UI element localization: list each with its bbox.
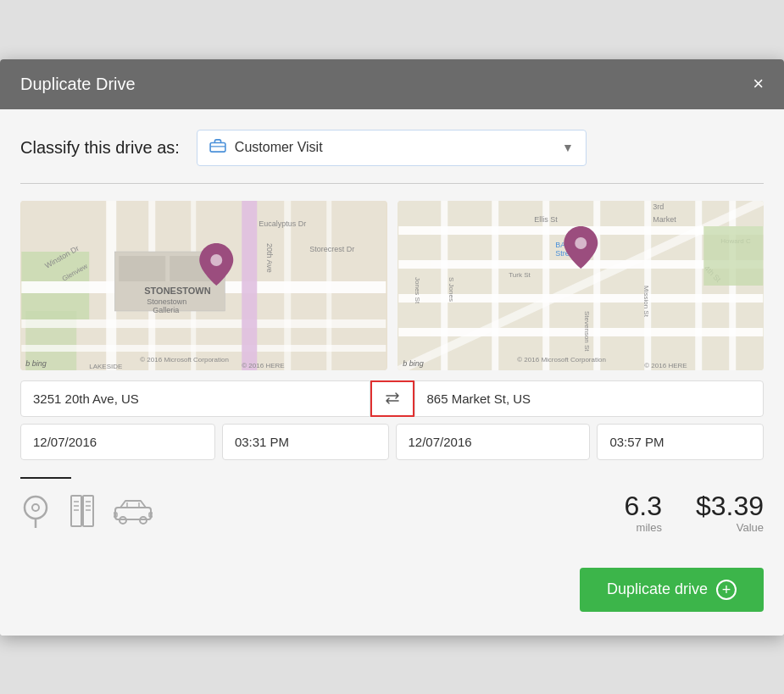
dropdown-arrow-icon: ▼	[562, 141, 574, 154]
classify-dropdown-left: Customer Visit	[209, 139, 323, 157]
duplicate-button-label: Duplicate drive	[607, 580, 708, 598]
svg-text:© 2016 Microsoft Corporation: © 2016 Microsoft Corporation	[140, 356, 229, 364]
svg-text:Ellis St: Ellis St	[534, 215, 558, 224]
active-tab-indicator	[20, 477, 71, 479]
document-icon	[68, 495, 97, 530]
svg-text:© 2016 Microsoft Corporation: © 2016 Microsoft Corporation	[517, 356, 606, 364]
svg-rect-0	[210, 142, 225, 152]
briefcase-icon	[209, 139, 226, 157]
map-right: Ellis St Market 3rd Howard C Jones St S …	[398, 201, 765, 370]
svg-point-62	[25, 497, 47, 519]
classify-dropdown[interactable]: Customer Visit ▼	[197, 130, 587, 166]
svg-rect-35	[398, 328, 763, 336]
start-time-field[interactable]: 03:31 PM	[222, 424, 389, 460]
svg-point-58	[575, 237, 587, 249]
modal-header: Duplicate Drive ×	[0, 59, 784, 109]
start-address-field[interactable]: 3251 20th Ave, US	[20, 380, 370, 417]
monetary-label: Value	[696, 521, 764, 534]
svg-text:Jones St: Jones St	[414, 277, 421, 304]
stats-group: 6.3 miles $3.39 Value	[624, 492, 764, 534]
svg-rect-39	[593, 201, 600, 370]
svg-text:b bing: b bing	[25, 359, 47, 368]
svg-text:Galleria: Galleria	[153, 306, 179, 314]
svg-text:S Jones: S Jones	[448, 277, 455, 302]
svg-rect-11	[242, 201, 257, 370]
svg-text:Stonestown: Stonestown	[147, 297, 186, 306]
footer-row: Duplicate drive +	[20, 554, 764, 615]
swap-icon	[384, 390, 401, 407]
plus-circle-icon: +	[716, 580, 737, 600]
address-row: 3251 20th Ave, US 865 Market St, US	[20, 380, 764, 417]
svg-text:© 2016 HERE: © 2016 HERE	[242, 362, 284, 369]
svg-text:Storecrest Dr: Storecrest Dr	[309, 245, 354, 253]
close-button[interactable]: ×	[753, 75, 764, 93]
datetime-row: 12/07/2016 03:31 PM 12/07/2016 03:57 PM	[20, 424, 764, 460]
svg-text:3rd: 3rd	[653, 203, 664, 211]
swap-addresses-button[interactable]	[370, 380, 414, 417]
distance-value: 6.3	[624, 492, 661, 519]
svg-text:Market: Market	[653, 215, 676, 224]
svg-text:b bing: b bing	[403, 359, 424, 368]
svg-point-63	[32, 504, 39, 511]
svg-rect-56	[703, 226, 763, 286]
svg-text:© 2016 HERE: © 2016 HERE	[644, 362, 687, 369]
modal-body: Classify this drive as: Customer Visit	[0, 109, 784, 636]
monetary-value: $3.39	[696, 492, 764, 519]
svg-point-26	[210, 254, 222, 266]
duplicate-drive-button[interactable]: Duplicate drive +	[580, 568, 764, 612]
svg-text:20th Ave: 20th Ave	[265, 243, 274, 273]
svg-text:Turk St: Turk St	[509, 271, 531, 279]
svg-text:Eucalyptus Dr: Eucalyptus Dr	[259, 219, 306, 228]
svg-text:Mission St: Mission St	[642, 286, 650, 318]
map-left: 20th Ave STONESTOWN Stonestown Galleria …	[20, 201, 387, 370]
divider	[20, 183, 764, 184]
value-stat: $3.39 Value	[696, 492, 764, 534]
end-address-field[interactable]: 865 Market St, US	[414, 380, 765, 417]
classify-row: Classify this drive as: Customer Visit	[20, 130, 764, 166]
end-date-field[interactable]: 12/07/2016	[396, 424, 591, 460]
svg-rect-16	[119, 256, 165, 281]
classify-label: Classify this drive as:	[20, 138, 180, 158]
distance-label: miles	[624, 521, 661, 534]
svg-rect-38	[542, 201, 549, 370]
svg-text:LAKESIDE: LAKESIDE	[89, 363, 122, 370]
svg-text:STONESTOWN: STONESTOWN	[144, 286, 210, 296]
end-time-field[interactable]: 03:57 PM	[597, 424, 764, 460]
svg-rect-65	[83, 496, 93, 526]
icons-group	[20, 494, 153, 531]
classify-selected-value: Customer Visit	[235, 140, 323, 155]
start-date-field[interactable]: 12/07/2016	[20, 424, 215, 460]
svg-rect-13	[326, 201, 331, 370]
svg-rect-37	[492, 201, 498, 370]
duplicate-drive-modal: Duplicate Drive × Classify this drive as…	[0, 59, 784, 636]
svg-rect-64	[71, 496, 81, 526]
maps-row: 20th Ave STONESTOWN Stonestown Galleria …	[20, 201, 764, 370]
classify-dropdown-wrapper: Customer Visit ▼	[197, 130, 587, 166]
location-pin-icon	[20, 494, 51, 531]
stats-row: 6.3 miles $3.39 Value	[20, 492, 764, 534]
svg-text:Stevenson St: Stevenson St	[583, 311, 591, 352]
distance-stat: 6.3 miles	[624, 492, 661, 534]
car-icon	[114, 497, 153, 528]
modal-title: Duplicate Drive	[20, 75, 136, 94]
